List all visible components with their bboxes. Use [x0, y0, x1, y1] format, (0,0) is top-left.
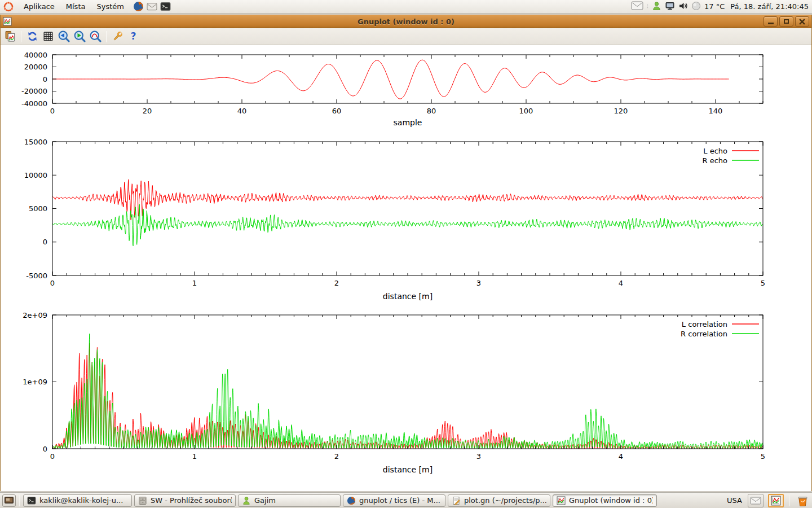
maximize-button[interactable]	[779, 16, 793, 27]
svg-text:2e+09: 2e+09	[23, 311, 47, 319]
task-label: SW - Prohlížeč souborů	[151, 496, 232, 505]
svg-text:40: 40	[237, 107, 247, 115]
task-label: gnuplot / tics (E) - M...	[359, 496, 440, 505]
show-desktop-button[interactable]	[2, 494, 16, 507]
task-button-2[interactable]: Gajim	[238, 494, 341, 507]
mail-notification-icon[interactable]	[631, 1, 643, 12]
menu-applications[interactable]: Aplikace	[18, 0, 60, 13]
temperature-label[interactable]: 17 °C	[704, 2, 725, 11]
svg-text:20000: 20000	[24, 63, 47, 71]
previous-zoom-button[interactable]	[56, 29, 71, 44]
chart-correlation[interactable]: 01234501e+092e+09distance [m]L correlati…	[1, 309, 812, 479]
toolbar-separator	[106, 31, 107, 42]
file-manager-icon	[138, 496, 147, 505]
svg-text:120: 120	[614, 107, 628, 115]
svg-text:distance [m]: distance [m]	[383, 465, 433, 474]
help-button[interactable]: ?	[126, 29, 140, 44]
plot-canvas[interactable]: 020406080100120140-40000-200000200004000…	[1, 45, 811, 490]
trash-icon[interactable]	[796, 494, 810, 507]
text-editor-icon	[452, 496, 461, 505]
svg-text:140: 140	[709, 107, 723, 115]
svg-text:?: ?	[130, 30, 136, 42]
svg-text:2: 2	[334, 452, 339, 461]
svg-text:-40000: -40000	[21, 99, 47, 108]
task-button-4[interactable]: plot.gn (~/projects/p...	[448, 494, 550, 507]
ubuntu-menu-icon[interactable]	[0, 2, 18, 12]
svg-text:0: 0	[50, 107, 55, 115]
svg-text:40000: 40000	[24, 51, 47, 59]
task-label: plot.gn (~/projects/p...	[464, 496, 546, 505]
next-zoom-button[interactable]	[72, 29, 87, 44]
taskbar-separator	[19, 495, 20, 506]
keyboard-layout-indicator[interactable]: USA	[727, 496, 743, 505]
system-tray: ⁝ 17 °C Pá, 18. září, 21:40:45	[631, 1, 812, 12]
task-button-5[interactable]: Gnuplot (window id : 0)	[553, 494, 657, 507]
svg-text:R correlation: R correlation	[681, 330, 727, 338]
settings-button[interactable]	[110, 29, 125, 44]
toggle-grid-button[interactable]	[41, 29, 55, 44]
menu-system[interactable]: Systém	[91, 0, 129, 13]
svg-text:5000: 5000	[29, 204, 47, 213]
terminal-launcher-icon[interactable]	[160, 1, 171, 12]
clock[interactable]: Pá, 18. září, 21:40:45	[728, 2, 809, 11]
gnuplot-tray-button[interactable]	[768, 494, 784, 507]
svg-text:10000: 10000	[24, 171, 47, 179]
svg-text:60: 60	[332, 107, 342, 115]
svg-text:sample: sample	[394, 118, 422, 127]
task-label: Gajim	[254, 496, 276, 505]
svg-text:0: 0	[43, 75, 47, 84]
user-status-icon[interactable]	[652, 1, 661, 12]
weather-icon[interactable]	[691, 1, 701, 12]
close-button[interactable]	[795, 16, 809, 27]
copy-plot-button[interactable]	[3, 29, 17, 44]
mail-launcher-icon[interactable]	[147, 1, 157, 12]
svg-text:3: 3	[476, 452, 481, 461]
gnuplot-window: Gnuplot (window id : 0)	[0, 15, 812, 491]
svg-text:-5000: -5000	[26, 271, 47, 280]
svg-text:0: 0	[43, 445, 47, 453]
volume-icon[interactable]	[678, 1, 688, 12]
mail-tray-button[interactable]	[748, 494, 764, 507]
svg-text:1e+09: 1e+09	[23, 378, 47, 386]
svg-text:R echo: R echo	[702, 156, 727, 165]
svg-text:5: 5	[761, 279, 765, 287]
task-button-0[interactable]: kaklik@kaklik-kolej-u...	[23, 494, 132, 507]
svg-text:-20000: -20000	[21, 87, 47, 95]
task-button-3[interactable]: gnuplot / tics (E) - M...	[343, 494, 445, 507]
chart-signal[interactable]: 020406080100120140-40000-200000200004000…	[1, 45, 812, 135]
firefox-icon	[347, 496, 356, 505]
svg-text:2: 2	[334, 279, 339, 287]
taskbar-separator	[789, 495, 790, 506]
toolbar-separator	[21, 31, 21, 42]
window-titlebar[interactable]: Gnuplot (window id : 0)	[1, 15, 811, 28]
task-label: Gnuplot (window id : 0)	[569, 496, 653, 505]
replot-button[interactable]	[25, 29, 39, 44]
toolbar: ?	[1, 28, 811, 45]
svg-text:L echo: L echo	[703, 147, 727, 155]
chart-echo[interactable]: 012345-5000050001000015000distance [m]L …	[1, 135, 812, 308]
svg-text:3: 3	[476, 279, 481, 287]
svg-text:15000: 15000	[24, 138, 47, 146]
tray-separator: ⁝	[647, 3, 648, 10]
firefox-launcher-icon[interactable]	[133, 1, 144, 12]
svg-text:80: 80	[427, 107, 436, 115]
svg-text:4: 4	[619, 279, 623, 287]
task-label: kaklik@kaklik-kolej-u...	[39, 496, 123, 505]
display-icon[interactable]	[665, 1, 675, 12]
task-button-1[interactable]: SW - Prohlížeč souborů	[134, 494, 236, 507]
menu-places[interactable]: Místa	[60, 0, 91, 13]
minimize-button[interactable]	[764, 16, 778, 27]
svg-text:0: 0	[50, 452, 55, 461]
svg-text:1: 1	[192, 279, 197, 287]
autoscale-button[interactable]	[88, 29, 103, 44]
svg-text:20: 20	[143, 107, 152, 115]
svg-text:5: 5	[761, 452, 765, 461]
terminal-icon	[27, 496, 36, 505]
svg-text:L correlation: L correlation	[682, 320, 727, 329]
svg-text:1: 1	[192, 452, 197, 461]
svg-text:4: 4	[619, 452, 623, 461]
svg-text:100: 100	[519, 107, 533, 115]
top-panel: Aplikace Místa Systém ⁝	[0, 0, 812, 14]
gnuplot-icon	[557, 496, 566, 505]
desktop: Aplikace Místa Systém ⁝	[0, 0, 812, 508]
